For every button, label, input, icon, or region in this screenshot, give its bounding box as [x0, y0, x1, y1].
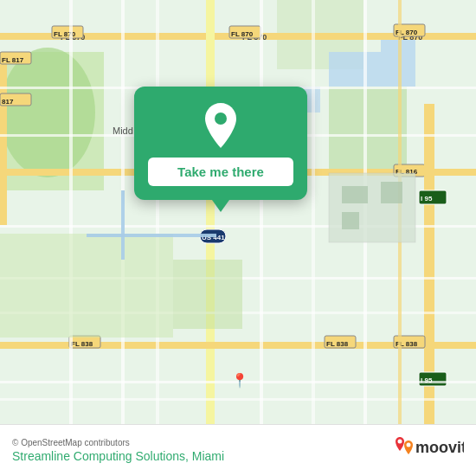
- svg-rect-48: [69, 0, 73, 424]
- footer-bar: © OpenStreetMap contributors Streamline …: [0, 424, 476, 476]
- svg-rect-63: [87, 234, 216, 237]
- footer-left: © OpenStreetMap contributors Streamline …: [12, 438, 224, 463]
- svg-text:moovit: moovit: [415, 439, 464, 456]
- svg-rect-52: [312, 0, 315, 424]
- svg-rect-4: [329, 87, 407, 173]
- svg-rect-51: [260, 0, 263, 424]
- svg-rect-50: [156, 0, 159, 424]
- svg-point-2: [0, 48, 95, 177]
- svg-point-66: [398, 439, 402, 443]
- svg-point-65: [215, 113, 227, 125]
- svg-rect-60: [342, 212, 359, 229]
- svg-text:FL 817: FL 817: [2, 56, 24, 64]
- svg-text:817: 817: [2, 98, 14, 106]
- location-popup: Take me there: [134, 87, 307, 200]
- company-name: Streamline Computing Solutions, Miami: [12, 449, 224, 463]
- svg-text:📍: 📍: [231, 372, 248, 389]
- svg-rect-62: [173, 260, 242, 329]
- moovit-logo: moovit: [395, 434, 464, 468]
- svg-rect-26: [206, 0, 215, 424]
- copyright-text: © OpenStreetMap contributors: [12, 438, 224, 447]
- svg-text:FL 838: FL 838: [71, 340, 93, 348]
- moovit-logo-svg: moovit: [395, 434, 464, 468]
- svg-rect-21: [0, 52, 7, 225]
- svg-text:Midd: Midd: [113, 125, 133, 136]
- svg-rect-59: [381, 182, 402, 203]
- svg-point-67: [407, 442, 411, 447]
- svg-rect-64: [121, 190, 125, 260]
- take-me-there-button[interactable]: Take me there: [148, 158, 293, 186]
- map-svg: FL 870 FL 870 FL 870 FL 870 FL 870 FL 87…: [0, 0, 476, 424]
- svg-text:FL 870: FL 870: [231, 30, 254, 38]
- location-icon-wrap: [199, 104, 242, 147]
- svg-text:FL 838: FL 838: [326, 340, 349, 348]
- svg-rect-58: [342, 186, 368, 203]
- svg-rect-61: [0, 234, 173, 338]
- location-pin-icon: [200, 101, 241, 150]
- svg-text:I 95: I 95: [421, 195, 433, 203]
- map-view: FL 870 FL 870 FL 870 FL 870 FL 870 FL 87…: [0, 0, 476, 424]
- svg-rect-5: [329, 52, 381, 87]
